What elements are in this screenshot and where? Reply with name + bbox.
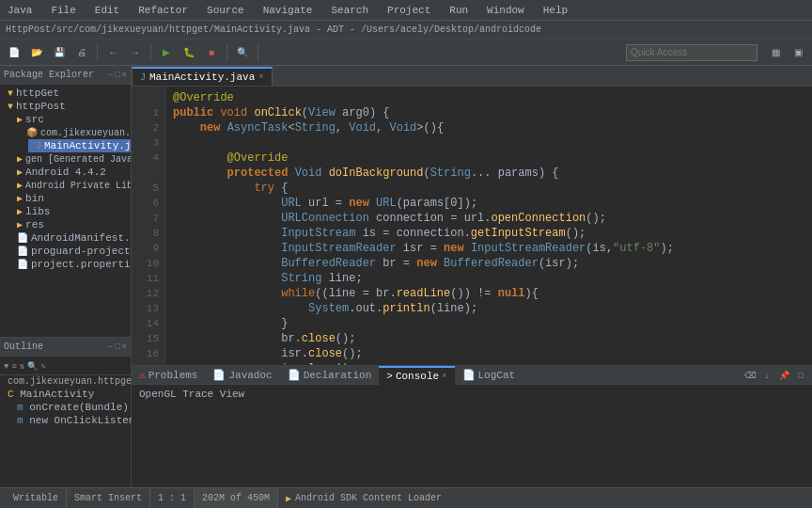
outline-package[interactable]: com.jikexueyuan.httpget bbox=[0, 375, 131, 388]
bottom-panel: ⚠ Problems 📄 Javadoc 📄 Declaration > Con… bbox=[132, 365, 812, 487]
menu-search[interactable]: Search bbox=[327, 3, 372, 18]
toolbar-debug[interactable]: 🐛 bbox=[179, 42, 199, 63]
tree-item-httpget[interactable]: ▼ httpGet bbox=[0, 87, 131, 100]
tree-label: res bbox=[25, 219, 44, 230]
folder-icon: ▼ bbox=[8, 88, 13, 99]
menu-source[interactable]: Source bbox=[203, 3, 248, 18]
editor-area[interactable]: 1 2 3 4 5 6 7 8 9 10 11 12 13 bbox=[132, 87, 812, 365]
folder-icon: ▶ bbox=[17, 114, 23, 125]
menu-file[interactable]: File bbox=[47, 3, 79, 18]
line-num: 7 bbox=[137, 211, 159, 226]
line-num: 10 bbox=[137, 256, 159, 271]
tab-logcat-label: LogCat bbox=[478, 370, 516, 381]
line-num bbox=[137, 90, 159, 105]
console-clear[interactable]: ⌫ bbox=[742, 368, 757, 383]
outline-class[interactable]: C MainActivity bbox=[0, 388, 131, 401]
tree-item-mainactivity[interactable]: J MainActivity.java bbox=[28, 139, 131, 152]
collapse-icon[interactable]: − bbox=[108, 71, 113, 80]
tree-item-private-libs[interactable]: ▶ Android Private Libraries bbox=[9, 179, 131, 192]
collapse-outline-icon[interactable]: − bbox=[108, 342, 113, 352]
outline-item-toolbar: ▼ ≡ ⇅ 🔍 ✎ bbox=[0, 358, 131, 375]
tab-logcat[interactable]: 📄 LogCat bbox=[455, 366, 523, 385]
outline-oncreate[interactable]: m onCreate(Bundle) : void bbox=[0, 401, 131, 414]
tree-item-properties[interactable]: 📄 project.properties bbox=[9, 258, 131, 271]
outline-onclick[interactable]: m new OnClickListener() {...} bbox=[0, 414, 131, 427]
sdk-label: Android SDK Content Loader bbox=[295, 493, 442, 503]
close-outline-icon[interactable]: × bbox=[122, 342, 127, 352]
main-layout: Package Explorer − □ × ▼ httpGet ▼ httpP… bbox=[0, 66, 812, 487]
toolbar-save[interactable]: 💾 bbox=[49, 42, 70, 63]
outline-panel: Outline − □ × ▼ ≡ ⇅ 🔍 ✎ com.jikexueyuan.… bbox=[0, 337, 131, 487]
tree-label: MainActivity.java bbox=[44, 140, 131, 151]
tab-console[interactable]: > Console × bbox=[379, 366, 454, 385]
tab-javadoc[interactable]: 📄 Javadoc bbox=[205, 366, 279, 385]
toolbar-run[interactable]: ▶ bbox=[156, 42, 177, 63]
tab-problems[interactable]: ⚠ Problems bbox=[132, 366, 205, 385]
line-num: 5 bbox=[137, 181, 159, 196]
folder-icon: ▼ bbox=[8, 102, 13, 112]
toolbar-separator-4 bbox=[258, 44, 258, 61]
toolbar-stop[interactable]: ■ bbox=[201, 42, 222, 63]
outline-tool-icon5[interactable]: ✎ bbox=[40, 361, 45, 372]
console-pin[interactable]: 📌 bbox=[776, 368, 791, 383]
console-text: OpenGL Trace View bbox=[139, 389, 244, 400]
tree-item-gen[interactable]: ▶ gen [Generated Java Files] bbox=[9, 152, 131, 166]
tab-declaration[interactable]: 📄 Declaration bbox=[280, 366, 380, 385]
tree-item-android442[interactable]: ▶ Android 4.4.2 bbox=[9, 166, 131, 179]
toolbar-perspective-2[interactable]: ▣ bbox=[788, 42, 808, 63]
tree-item-package[interactable]: 📦 com.jikexueyuan.httpget bbox=[19, 126, 131, 139]
tree-item-httppost[interactable]: ▼ httpPost bbox=[0, 100, 131, 113]
status-memory[interactable]: 202M of 450M bbox=[195, 488, 278, 508]
tree-item-libs[interactable]: ▶ libs bbox=[9, 205, 131, 218]
toolbar-search[interactable]: 🔍 bbox=[232, 42, 253, 63]
code-container: 1 2 3 4 5 6 7 8 9 10 11 12 13 bbox=[132, 87, 812, 365]
java-tab-icon: J bbox=[140, 72, 146, 83]
tab-label: MainActivity.java bbox=[149, 71, 255, 83]
toolbar-new[interactable]: 📄 bbox=[4, 42, 24, 63]
menu-run[interactable]: Run bbox=[445, 3, 472, 18]
menu-project[interactable]: Project bbox=[383, 3, 434, 18]
tree-item-proguard[interactable]: 📄 proguard-project.txt bbox=[9, 245, 131, 258]
folder-icon: ▶ bbox=[17, 219, 23, 230]
tree-item-bin[interactable]: ▶ bin bbox=[9, 192, 131, 205]
title-bar: HttpPost/src/com/jikexueyuan/httpget/Mai… bbox=[0, 21, 812, 40]
toolbar-separator-3 bbox=[226, 44, 227, 61]
menu-java[interactable]: Java bbox=[4, 3, 36, 18]
outline-tool-icon[interactable]: ▼ bbox=[4, 362, 8, 372]
menu-refactor[interactable]: Refactor bbox=[134, 3, 192, 18]
menu-help[interactable]: Help bbox=[539, 3, 571, 18]
toolbar-forward[interactable]: → bbox=[125, 42, 146, 63]
menu-window[interactable]: Window bbox=[483, 3, 528, 18]
code-content[interactable]: @Override public void onClick(View arg0)… bbox=[165, 87, 812, 365]
xml-icon: 📄 bbox=[17, 232, 28, 244]
outline-tool-icon2[interactable]: ≡ bbox=[11, 362, 16, 372]
tree-item-src[interactable]: ▶ src bbox=[9, 113, 131, 126]
tab-close-icon[interactable]: × bbox=[258, 72, 263, 82]
line-num: 8 bbox=[137, 226, 159, 241]
status-sdk: ▶ Android SDK Content Loader bbox=[278, 488, 449, 508]
outline-tool-icon4[interactable]: 🔍 bbox=[27, 361, 38, 372]
problems-icon: ⚠ bbox=[139, 369, 146, 381]
tree-item-res[interactable]: ▶ res bbox=[9, 218, 131, 231]
maximize-icon[interactable]: □ bbox=[115, 71, 119, 80]
bottom-tabs: ⚠ Problems 📄 Javadoc 📄 Declaration > Con… bbox=[132, 366, 812, 385]
right-content: J MainActivity.java × 1 2 3 4 5 bbox=[132, 66, 812, 487]
outline-tool-icon3[interactable]: ⇅ bbox=[20, 361, 24, 372]
maximize-outline-icon[interactable]: □ bbox=[115, 342, 119, 352]
toolbar-back[interactable]: ← bbox=[102, 42, 123, 63]
tab-mainactivity[interactable]: J MainActivity.java × bbox=[132, 67, 273, 86]
console-scroll[interactable]: ↓ bbox=[759, 368, 774, 383]
tab-declaration-label: Declaration bbox=[304, 370, 372, 381]
tree-item-manifest[interactable]: 📄 AndroidManifest.xml bbox=[9, 231, 131, 245]
console-close-icon[interactable]: × bbox=[442, 372, 446, 381]
insert-label: Smart Insert bbox=[74, 493, 142, 503]
toolbar-print[interactable]: 🖨 bbox=[71, 42, 92, 63]
quick-access-input[interactable] bbox=[631, 47, 753, 57]
console-maximize[interactable]: □ bbox=[793, 368, 808, 383]
menu-navigate[interactable]: Navigate bbox=[259, 3, 317, 18]
close-panel-icon[interactable]: × bbox=[122, 71, 127, 80]
menu-edit[interactable]: Edit bbox=[91, 3, 123, 18]
line-num: 1 bbox=[137, 105, 159, 120]
toolbar-perspective-1[interactable]: ▦ bbox=[765, 42, 786, 63]
toolbar-open[interactable]: 📂 bbox=[26, 42, 47, 63]
